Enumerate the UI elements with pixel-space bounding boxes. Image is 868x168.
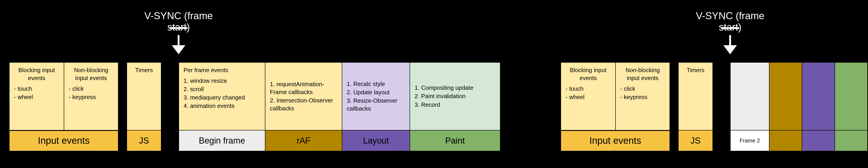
layout-item: 2. Update layout — [347, 88, 405, 96]
mini-layout-column — [802, 63, 835, 151]
timers-label: JS — [127, 131, 161, 151]
raf-item: 2. Intersection-Observer callbacks — [270, 96, 337, 112]
blocking-item: - touch — [565, 85, 611, 93]
begin-frame-list: 1. window resize 2. scroll 3. mediaquery… — [184, 77, 260, 110]
vsync-label-right: V-SYNC (frame start) — [685, 10, 775, 33]
raf-list: 1. requestAnimation-Frame callbacks 2. I… — [270, 80, 337, 113]
blocking-input-cell: Blocking input events - touch - wheel — [9, 63, 64, 131]
nonblocking-item: - click — [620, 85, 665, 93]
mini-raf-label — [770, 131, 802, 151]
vsync-label-left: V-SYNC (frame start) — [133, 10, 224, 33]
mini-frame2-label: Frame 2 — [731, 131, 769, 151]
mini-begin-frame-column: Frame 2 — [731, 63, 769, 151]
paint-item: 2. Paint invalidation — [414, 92, 495, 100]
begin-frame-item: 1. window resize — [184, 77, 260, 85]
begin-frame-item: 3. mediaquery changed — [184, 93, 260, 102]
blocking-heading: Blocking input events — [14, 66, 59, 82]
nonblocking-item: - keypress — [620, 93, 665, 101]
nonblocking-item: - click — [69, 85, 114, 93]
mini-layout-label — [802, 131, 835, 151]
layout-item: 1. Recalc style — [347, 80, 405, 88]
mini-begin-frame-cell — [731, 63, 769, 131]
timers-cluster: Timers JS — [127, 62, 161, 151]
timers-heading-2: Timers — [683, 66, 708, 74]
begin-frame-label: Begin frame — [179, 131, 265, 151]
vsync-arrowhead-left — [172, 45, 185, 54]
raf-label: rAF — [266, 131, 342, 151]
nonblocking-list-2: - click - keypress — [620, 84, 665, 102]
blocking-list: - touch - wheel — [14, 84, 59, 102]
mini-raf-cell — [770, 63, 802, 131]
timers-column: Timers JS — [127, 63, 161, 151]
begin-frame-heading: Per frame events — [184, 66, 260, 74]
nonblocking-input-cell: Non-blocking input events - click - keyp… — [64, 63, 118, 131]
vsync-stem-left — [178, 35, 180, 46]
timers-heading: Timers — [131, 66, 156, 74]
timers-cell-2: Timers — [679, 63, 712, 131]
nonblocking-input-cell-2: Non-blocking input events - click - keyp… — [616, 63, 670, 131]
begin-frame-column: Per frame events 1. window resize 2. scr… — [179, 63, 265, 151]
frame-pipeline-cluster: Per frame events 1. window resize 2. scr… — [179, 62, 500, 151]
mini-paint-column — [835, 63, 867, 151]
mini-pipeline-cluster: Frame 2 — [730, 62, 868, 151]
paint-item: 3. Record — [414, 101, 495, 109]
raf-cell: 1. requestAnimation-Frame callbacks 2. I… — [266, 63, 342, 131]
nonblocking-heading-2: Non-blocking input events — [620, 66, 665, 82]
timers-column-2: Timers JS — [679, 63, 712, 151]
mini-paint-label — [835, 131, 867, 151]
layout-cell: 1. Recalc style 2. Update layout 3. Resi… — [342, 63, 410, 131]
mini-raf-column — [769, 63, 802, 151]
nonblocking-list: - click - keypress — [69, 84, 114, 102]
input-events-label-2: Input events — [561, 131, 670, 150]
timers-cluster-2: Timers JS — [678, 62, 713, 151]
layout-item: 3. Resize-Observer callbacks — [347, 97, 405, 113]
blocking-item: - touch — [14, 85, 59, 93]
paint-column: 1. Compositing update 2. Paint invalidat… — [410, 63, 500, 151]
paint-item: 1. Compositing update — [414, 84, 495, 92]
mini-paint-cell — [835, 63, 867, 131]
begin-frame-item: 2. scroll — [184, 85, 260, 93]
blocking-input-cell-2: Blocking input events - touch - wheel — [561, 63, 615, 131]
mini-layout-cell — [802, 63, 835, 131]
vsync-stem-right — [729, 35, 731, 46]
timers-cell: Timers — [127, 63, 161, 131]
layout-list: 1. Recalc style 2. Update layout 3. Resi… — [347, 80, 405, 113]
raf-column: 1. requestAnimation-Frame callbacks 2. I… — [265, 63, 342, 151]
blocking-item: - wheel — [14, 93, 59, 101]
blocking-heading-2: Blocking input events — [565, 66, 611, 82]
layout-column: 1. Recalc style 2. Update layout 3. Resi… — [342, 63, 410, 151]
nonblocking-item: - keypress — [69, 93, 114, 101]
input-events-label: Input events — [9, 131, 118, 150]
begin-frame-cell: Per frame events 1. window resize 2. scr… — [179, 63, 265, 131]
paint-cell: 1. Compositing update 2. Paint invalidat… — [410, 63, 500, 131]
blocking-list-2: - touch - wheel — [565, 84, 611, 102]
timers-label-2: JS — [679, 131, 712, 151]
blocking-item: - wheel — [565, 93, 611, 101]
vsync-tick-left — [169, 27, 188, 29]
raf-item: 1. requestAnimation-Frame callbacks — [270, 80, 337, 96]
begin-frame-item: 4. animation events — [184, 102, 260, 110]
paint-label: Paint — [410, 131, 500, 151]
paint-list: 1. Compositing update 2. Paint invalidat… — [414, 83, 495, 109]
layout-label: Layout — [342, 131, 410, 151]
diagram-stage: Blocking input events - touch - wheel No… — [0, 0, 868, 168]
nonblocking-heading: Non-blocking input events — [69, 66, 114, 82]
vsync-arrowhead-right — [723, 45, 737, 54]
vsync-tick-right — [721, 27, 739, 29]
